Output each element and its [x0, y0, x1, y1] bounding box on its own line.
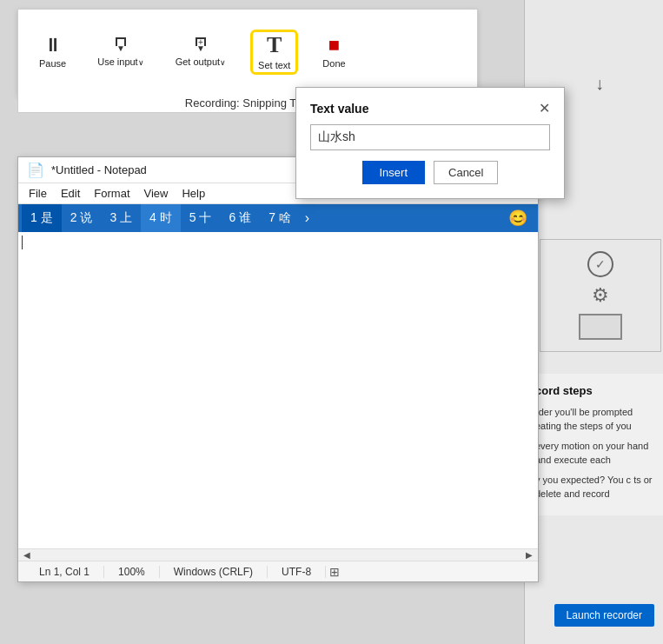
dialog-close-button[interactable]: ✕: [539, 102, 550, 116]
dialog-buttons: Insert Cancel: [310, 161, 550, 184]
text-value-input[interactable]: [310, 124, 550, 150]
menu-edit[interactable]: Edit: [54, 185, 87, 202]
set-text-button[interactable]: T Set text: [250, 30, 298, 75]
dialog-title: Text value: [310, 102, 368, 116]
record-steps-text1: rder you'll be prompted eating the steps…: [535, 405, 656, 434]
ime-candidate-4[interactable]: 4 时: [141, 204, 181, 232]
notepad-icon: 📄: [27, 162, 44, 178]
use-input-icon: ▼: [116, 37, 126, 53]
toolbar: ⏸ Pause ▼ Use input∨ + ▼ Get output∨ T S…: [17, 9, 478, 96]
scroll-right-arrow[interactable]: ▶: [522, 550, 536, 560]
ime-candidate-7[interactable]: 7 啥: [260, 204, 300, 232]
notepad-window: 📄 *Untitled - Notepad File Edit Format V…: [17, 156, 539, 582]
ime-candidates-bar: 1 是 2 说 3 上 4 时 5 十 6 谁 7 啥 › 😊: [18, 204, 538, 232]
status-position: Ln 1, Col 1: [25, 566, 104, 578]
get-output-label: Get output∨: [176, 56, 226, 67]
status-line-ending: Windows (CRLF): [160, 566, 268, 578]
pause-label: Pause: [39, 58, 66, 69]
scroll-left-arrow[interactable]: ◀: [20, 550, 34, 560]
record-steps-text3: y you expected? You c ts or delete and r…: [535, 473, 656, 501]
check-circle-icon: ✓: [587, 251, 613, 277]
arrow-down-icon: ↓: [595, 74, 604, 94]
record-steps-panel: cord steps rder you'll be prompted eatin…: [528, 374, 663, 515]
record-steps-title: cord steps: [535, 382, 656, 400]
dialog-titlebar: Text value ✕: [310, 102, 550, 116]
menu-file[interactable]: File: [22, 185, 54, 202]
done-button[interactable]: ■ Done: [315, 32, 352, 72]
get-output-icon: + ▼: [196, 37, 206, 53]
ime-candidate-2[interactable]: 2 说: [62, 204, 102, 232]
cancel-button[interactable]: Cancel: [434, 161, 498, 184]
set-text-icon: T: [267, 34, 282, 56]
gear-icon: ⚙: [592, 284, 609, 307]
text-value-dialog: Text value ✕ Insert Cancel: [295, 87, 565, 199]
launch-recorder-button[interactable]: Launch recorder: [554, 604, 654, 627]
notepad-content-area[interactable]: [18, 232, 538, 548]
menu-view[interactable]: View: [137, 185, 176, 202]
ime-candidate-3[interactable]: 3 上: [101, 204, 141, 232]
pause-button[interactable]: ⏸ Pause: [32, 32, 73, 72]
horizontal-scrollbar[interactable]: ◀ ▶: [18, 548, 538, 561]
use-input-label: Use input∨: [97, 56, 143, 67]
set-text-label: Set text: [258, 60, 290, 70]
record-steps-text2: every motion on your hand and execute ea…: [535, 439, 656, 468]
ime-candidate-6[interactable]: 6 谁: [220, 204, 260, 232]
pause-icon: ⏸: [43, 36, 63, 55]
get-output-button[interactable]: + ▼ Get output∨: [169, 34, 233, 70]
ime-more-icon[interactable]: ›: [300, 210, 315, 226]
notepad-statusbar: Ln 1, Col 1 100% Windows (CRLF) UTF-8 ⊞: [18, 561, 538, 581]
ime-candidate-5[interactable]: 5 十: [181, 204, 221, 232]
menu-help[interactable]: Help: [175, 185, 212, 202]
ime-emoji-icon[interactable]: 😊: [501, 209, 534, 228]
status-grid-icon: ⊞: [329, 565, 340, 579]
menu-format[interactable]: Format: [87, 185, 136, 202]
use-input-button[interactable]: ▼ Use input∨: [90, 34, 150, 70]
rect-shape: [579, 314, 622, 340]
ime-candidate-1[interactable]: 1 是: [22, 204, 62, 232]
text-cursor: [22, 236, 23, 249]
cursor-line: [22, 236, 534, 249]
status-zoom: 100%: [104, 566, 160, 578]
insert-button[interactable]: Insert: [362, 161, 426, 184]
done-icon: ■: [328, 36, 340, 55]
ime-thumbnail: ✓ ⚙: [540, 239, 661, 352]
notepad-title: *Untitled - Notepad: [51, 163, 147, 176]
done-label: Done: [322, 58, 345, 69]
status-encoding: UTF-8: [268, 566, 326, 578]
